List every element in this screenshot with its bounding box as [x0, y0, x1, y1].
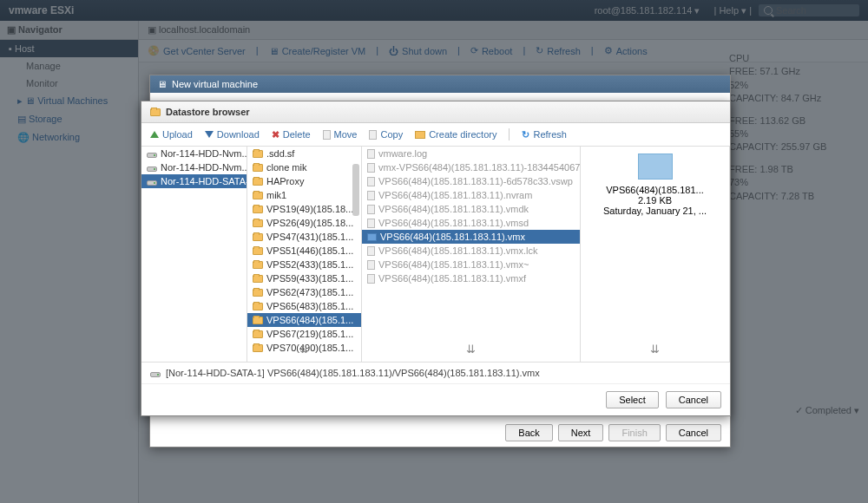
wizard-next-button[interactable]: Next — [558, 424, 604, 441]
vm-icon: 🖥 — [157, 79, 167, 89]
file-icon — [367, 205, 375, 214]
file-item[interactable]: VPS66(484)(185.181.183.11)-6d578c33.vswp — [362, 174, 580, 188]
preview-date: Saturday, January 21, ... — [603, 206, 707, 216]
upload-icon — [150, 131, 159, 138]
preview-vmx-icon — [638, 154, 673, 180]
file-item[interactable]: VPS66(484)(185.181.183.11).vmx.lck — [362, 244, 580, 258]
preview-name: VPS66(484)(185.181... — [606, 185, 704, 195]
delete-icon: ✖ — [272, 129, 279, 140]
folder-item[interactable]: HAProxy — [247, 174, 361, 188]
folder-item[interactable]: VPS51(446)(185.1... — [247, 244, 361, 258]
folder-icon — [253, 178, 263, 186]
preview-size: 2.19 KB — [638, 195, 672, 206]
move-button[interactable]: Move — [323, 128, 358, 140]
resize-handle-icon[interactable]: ⇊ — [650, 343, 660, 356]
file-icon — [367, 177, 375, 186]
ds-refresh-button[interactable]: ↻Refresh — [522, 128, 567, 140]
folder-icon — [253, 233, 263, 241]
file-item[interactable]: vmware.log — [362, 147, 580, 160]
folder-item[interactable]: VPS19(49)(185.18... — [247, 202, 361, 216]
copy-button[interactable]: Copy — [369, 128, 403, 140]
disk-icon — [147, 167, 157, 172]
file-item[interactable]: vmx-VPS66(484)(185.181.183.11)-183445406… — [362, 160, 580, 174]
copy-icon — [369, 130, 377, 140]
folder-icon — [253, 289, 263, 297]
file-icon — [367, 219, 375, 228]
path-field: [Nor-114-HDD-SATA-1] VPS66(484)(185.181.… — [166, 368, 540, 378]
file-item[interactable]: VPS66(484)(185.181.183.11).vmx — [362, 230, 580, 244]
folder-icon — [253, 317, 263, 324]
folder-item[interactable]: VPS67(219)(185.1... — [247, 327, 361, 341]
folder-icon — [253, 330, 263, 338]
scrollbar[interactable] — [352, 164, 359, 216]
file-preview: VPS66(484)(185.181... 2.19 KB Saturday, … — [581, 147, 730, 362]
folder-icon — [253, 219, 263, 227]
download-icon — [205, 131, 214, 138]
file-icon — [367, 274, 375, 284]
disk-icon — [147, 153, 157, 158]
datastore-item[interactable]: Nor-114-HDD-Nvm... — [141, 147, 247, 160]
file-icon — [367, 149, 375, 159]
resize-handle-icon[interactable]: ⇊ — [299, 343, 309, 356]
select-button[interactable]: Select — [606, 391, 659, 408]
folder-item[interactable]: mik1 — [247, 188, 361, 202]
file-item[interactable]: VPS66(484)(185.181.183.11).nvram — [362, 188, 580, 202]
file-icon — [367, 233, 377, 241]
refresh-icon: ↻ — [522, 129, 529, 140]
folder-icon — [253, 206, 263, 213]
resize-handle-icon[interactable]: ⇊ — [466, 343, 476, 356]
file-icon — [367, 163, 375, 173]
folder-item[interactable]: VPS47(431)(185.1... — [247, 230, 361, 244]
file-list[interactable]: vmware.logvmx-VPS66(484)(185.181.183.11)… — [362, 147, 581, 362]
file-item[interactable]: VPS66(484)(185.181.183.11).vmdk — [362, 202, 580, 216]
datastore-list[interactable]: Nor-114-HDD-Nvm...Nor-114-HDD-Nvm...Nor-… — [141, 147, 247, 362]
folder-icon — [253, 261, 263, 269]
download-button[interactable]: Download — [205, 128, 260, 140]
cancel-button[interactable]: Cancel — [666, 391, 721, 408]
folder-icon — [253, 164, 263, 172]
folder-item[interactable]: VPS59(433)(185.1... — [247, 271, 361, 285]
file-icon — [367, 260, 375, 270]
upload-button[interactable]: Upload — [150, 128, 193, 140]
folder-icon — [253, 344, 263, 352]
file-icon — [367, 191, 375, 200]
datastore-browser: Datastore browser Upload Download ✖Delet… — [141, 101, 731, 416]
file-item[interactable]: VPS66(484)(185.181.183.11).vmsd — [362, 216, 580, 230]
wizard-finish-button[interactable]: Finish — [608, 424, 660, 441]
datastore-item[interactable]: Nor-114-HDD-SATA-1 — [141, 174, 247, 188]
folder-item[interactable]: VPS62(473)(185.1... — [247, 285, 361, 299]
file-item[interactable]: VPS66(484)(185.181.183.11).vmxf — [362, 271, 580, 285]
folder-item[interactable]: VPS66(484)(185.1... — [247, 313, 361, 327]
disk-icon — [147, 180, 157, 186]
disk-icon — [150, 372, 161, 377]
create-dir-button[interactable]: Create directory — [415, 128, 496, 140]
folder-item[interactable]: VPS26(49)(185.18... — [247, 216, 361, 230]
wizard-title: New virtual machine — [172, 79, 258, 89]
folder-icon — [253, 275, 263, 283]
folder-list[interactable]: .sdd.sfclone mikHAProxymik1VPS19(49)(185… — [247, 147, 362, 362]
wizard-cancel-button[interactable]: Cancel — [666, 424, 721, 441]
file-icon — [367, 246, 375, 256]
wizard-back-button[interactable]: Back — [505, 424, 552, 441]
folder-item[interactable]: VPS65(483)(185.1... — [247, 299, 361, 313]
folder-item[interactable]: .sdd.sf — [247, 147, 361, 160]
delete-button[interactable]: ✖Delete — [272, 128, 311, 140]
folder-icon — [253, 192, 263, 199]
folder-item[interactable]: clone mik — [247, 160, 361, 174]
datastore-item[interactable]: Nor-114-HDD-Nvm... — [141, 160, 247, 174]
folder-icon — [253, 303, 263, 310]
folder-icon — [253, 247, 263, 255]
move-icon — [323, 130, 331, 140]
file-item[interactable]: VPS66(484)(185.181.183.11).vmx~ — [362, 258, 580, 271]
folder-item[interactable]: VPS52(433)(185.1... — [247, 258, 361, 271]
create-dir-icon — [415, 131, 425, 139]
folder-icon — [150, 108, 161, 116]
folder-icon — [253, 150, 263, 158]
ds-title: Datastore browser — [166, 107, 250, 117]
